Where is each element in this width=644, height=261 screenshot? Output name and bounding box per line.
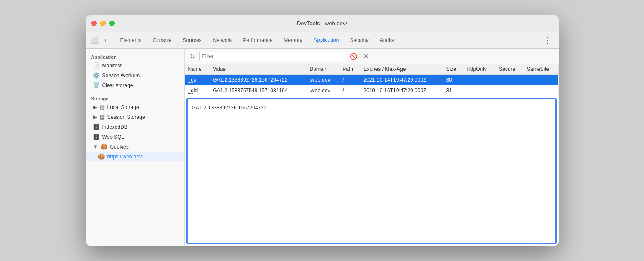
sidebar-item-indexeddb[interactable]: 🗄️ IndexedDB bbox=[86, 122, 184, 132]
close-button[interactable] bbox=[91, 21, 97, 26]
tab-application[interactable]: Application bbox=[308, 34, 344, 46]
col-secure[interactable]: Secure bbox=[495, 64, 523, 75]
session-storage-expand-icon: ▶ bbox=[93, 114, 97, 120]
filter-close-icon[interactable]: ✕ bbox=[361, 51, 370, 61]
devtools-window: DevTools - web.dev/ ⬜ □ Elements Console… bbox=[86, 15, 559, 246]
web-sql-icon: 🗄️ bbox=[93, 134, 100, 140]
sidebar-item-manifest-label: Manifest bbox=[102, 63, 122, 69]
sidebar: Application 📄 Manifest ⚙️ Service Worker… bbox=[86, 49, 185, 246]
cell-1: GA1.2.1583757548.1571081194 bbox=[209, 85, 306, 96]
right-panel: ↻ 🚫 ✕ Name Value Domain Path bbox=[185, 49, 559, 246]
tab-network[interactable]: Network bbox=[208, 35, 237, 46]
table-row[interactable]: _gidGA1.2.1583757548.1571081194.web.dev/… bbox=[185, 85, 559, 96]
indexeddb-icon: 🗄️ bbox=[93, 124, 100, 130]
cell-5: 31 bbox=[443, 85, 463, 96]
traffic-lights bbox=[91, 21, 115, 26]
sidebar-item-web-sql-label: Web SQL bbox=[102, 134, 125, 140]
sidebar-item-clear-storage[interactable]: 🗑️ Clear storage bbox=[86, 80, 184, 90]
col-expires[interactable]: Expires / Max-Age bbox=[360, 64, 443, 75]
sidebar-item-clear-storage-label: Clear storage bbox=[102, 82, 133, 88]
minimize-button[interactable] bbox=[100, 21, 106, 26]
sidebar-item-cookies-webdev[interactable]: 🍪 https://web.dev bbox=[86, 152, 184, 161]
col-value[interactable]: Value bbox=[209, 64, 306, 75]
filter-clear-icon[interactable]: 🚫 bbox=[348, 52, 359, 61]
cell-6 bbox=[463, 75, 495, 85]
detail-panel: GA1.2.1338892726.1567204722 bbox=[186, 98, 557, 244]
cookies-webdev-icon: 🍪 bbox=[98, 153, 105, 160]
more-menu-button[interactable]: ⋮ bbox=[540, 34, 555, 47]
sidebar-item-local-storage[interactable]: ▶ ▦ Local Storage bbox=[86, 102, 184, 112]
cell-4: 2019-10-16T19:47:29.000Z bbox=[360, 85, 443, 96]
cell-7 bbox=[495, 85, 523, 96]
tab-security[interactable]: Security bbox=[345, 35, 373, 46]
cell-7 bbox=[495, 75, 523, 85]
sidebar-item-service-workers-label: Service Workers bbox=[102, 73, 140, 79]
sidebar-item-session-storage[interactable]: ▶ ▦ Session Storage bbox=[86, 112, 184, 122]
col-path[interactable]: Path bbox=[339, 64, 360, 75]
sidebar-item-service-workers[interactable]: ⚙️ Service Workers bbox=[86, 70, 184, 80]
col-httponly[interactable]: HttpOnly bbox=[463, 64, 495, 75]
sidebar-item-manifest[interactable]: 📄 Manifest bbox=[86, 61, 184, 70]
local-storage-icon: ▦ bbox=[100, 104, 105, 110]
cell-4: 2021-10-14T19:47:29.000Z bbox=[360, 75, 443, 85]
sidebar-item-cookies[interactable]: ▼ 🍪 Cookies bbox=[86, 142, 184, 152]
cookies-icon: 🍪 bbox=[101, 143, 107, 150]
cell-0: _gid bbox=[185, 85, 209, 96]
tab-performance[interactable]: Performance bbox=[238, 35, 278, 46]
window-title: DevTools - web.dev/ bbox=[297, 20, 347, 27]
cell-2: .web.dev bbox=[306, 85, 339, 96]
cookies-expand-icon: ▼ bbox=[93, 143, 98, 150]
refresh-button[interactable]: ↻ bbox=[188, 52, 197, 61]
table-row[interactable]: _gaGA1.2.1338892726.1567204722.web.dev/2… bbox=[185, 75, 559, 85]
col-size[interactable]: Size bbox=[443, 64, 463, 75]
col-samesite[interactable]: SameSite bbox=[523, 64, 558, 75]
detail-value: GA1.2.1338892726.1567204722 bbox=[192, 105, 267, 111]
col-domain[interactable]: Domain bbox=[306, 64, 339, 75]
sidebar-item-session-storage-label: Session Storage bbox=[107, 114, 145, 120]
filter-input[interactable] bbox=[202, 53, 342, 59]
cell-6 bbox=[463, 85, 495, 96]
cell-2: .web.dev bbox=[306, 75, 339, 85]
titlebar: DevTools - web.dev/ bbox=[86, 15, 559, 32]
clear-storage-icon: 🗑️ bbox=[93, 82, 100, 88]
main-content: Application 📄 Manifest ⚙️ Service Worker… bbox=[86, 49, 559, 246]
sidebar-item-indexeddb-label: IndexedDB bbox=[102, 124, 128, 130]
filter-bar: ↻ 🚫 ✕ bbox=[185, 49, 559, 64]
cell-0: _ga bbox=[185, 75, 209, 85]
sidebar-section-storage: Storage bbox=[86, 94, 184, 102]
col-name[interactable]: Name bbox=[185, 64, 209, 75]
tab-elements[interactable]: Elements bbox=[115, 35, 147, 46]
sidebar-item-cookies-label: Cookies bbox=[110, 144, 128, 150]
sidebar-item-cookies-webdev-label: https://web.dev bbox=[107, 154, 142, 160]
local-storage-expand-icon: ▶ bbox=[93, 104, 97, 110]
sidebar-section-application: Application bbox=[86, 52, 184, 61]
device-icon[interactable]: □ bbox=[102, 35, 113, 46]
tab-sources[interactable]: Sources bbox=[178, 35, 207, 46]
manifest-icon: 📄 bbox=[93, 62, 100, 69]
cell-3: / bbox=[339, 75, 360, 85]
tab-audits[interactable]: Audits bbox=[375, 35, 399, 46]
cell-1: GA1.2.1338892726.1567204722 bbox=[209, 75, 306, 85]
cell-8 bbox=[523, 75, 558, 85]
cookie-table-wrap: Name Value Domain Path Expires / Max-Age… bbox=[185, 64, 559, 96]
tabbar: ⬜ □ Elements Console Sources Network Per… bbox=[86, 32, 559, 49]
tab-console[interactable]: Console bbox=[148, 35, 177, 46]
filter-input-wrap bbox=[199, 52, 345, 61]
cell-8 bbox=[523, 85, 558, 96]
sidebar-item-local-storage-label: Local Storage bbox=[107, 104, 139, 110]
session-storage-icon: ▦ bbox=[100, 114, 105, 120]
service-workers-icon: ⚙️ bbox=[93, 72, 100, 79]
maximize-button[interactable] bbox=[109, 21, 115, 26]
cookie-table: Name Value Domain Path Expires / Max-Age… bbox=[185, 64, 559, 96]
cell-3: / bbox=[339, 85, 360, 96]
cursor-icon[interactable]: ⬜ bbox=[89, 35, 100, 46]
sidebar-item-web-sql[interactable]: 🗄️ Web SQL bbox=[86, 132, 184, 142]
tab-memory[interactable]: Memory bbox=[278, 35, 307, 46]
cell-5: 30 bbox=[443, 75, 463, 85]
